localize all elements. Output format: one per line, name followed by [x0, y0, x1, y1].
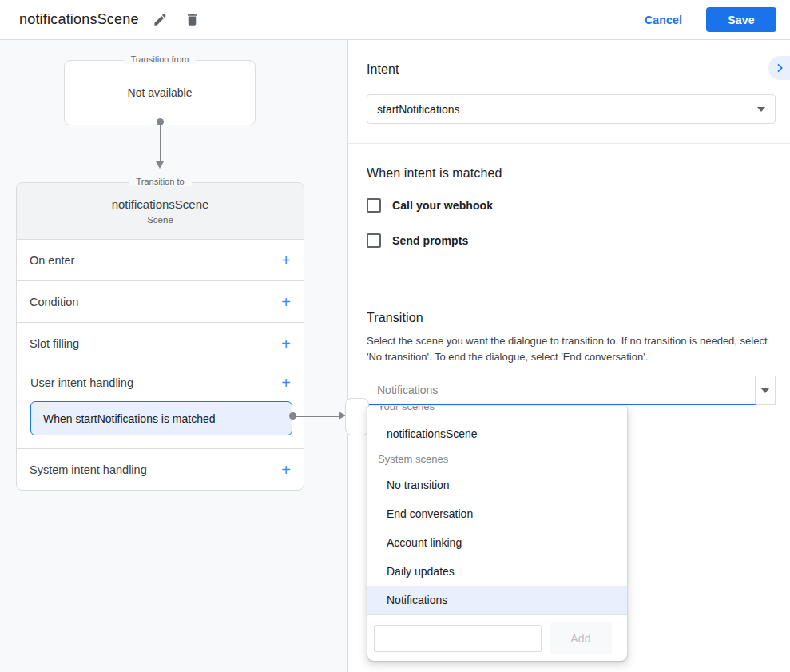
section-label: User intent handling	[30, 376, 133, 389]
webhook-checkbox-row: Call your webhook	[367, 198, 776, 213]
dropdown-item[interactable]: Daily updates	[367, 557, 627, 586]
section-label: System intent handling	[30, 463, 147, 476]
section-row-condition: Condition +	[17, 280, 304, 322]
arrow-down-icon	[156, 161, 164, 169]
transition-combobox-caret-button[interactable]	[756, 376, 776, 405]
caret-down-icon	[761, 388, 769, 393]
add-user-intent-button[interactable]: +	[281, 375, 291, 391]
transition-to-card: Transition to notificationsScene Scene O…	[16, 182, 304, 491]
transition-from-content: Not available	[65, 61, 255, 125]
scene-diagram-panel: Transition from Not available Transition…	[0, 40, 348, 672]
pencil-icon	[153, 12, 168, 27]
connector-target-box	[345, 398, 369, 435]
section-row-slot-filling: Slot filling +	[17, 322, 304, 364]
dropdown-footer: Add	[367, 614, 627, 661]
intent-section: Intent startNotifications	[348, 40, 790, 144]
cancel-button[interactable]: Cancel	[645, 14, 682, 26]
add-slot-filling-button[interactable]: +	[281, 336, 291, 352]
transition-combobox: Notifications	[367, 376, 776, 405]
intent-select[interactable]: startNotifications	[367, 94, 776, 124]
section-row-user-intent-handling: User intent handling + When startNotific…	[17, 364, 304, 448]
add-system-intent-button[interactable]: +	[281, 462, 291, 478]
transition-description: Select the scene you want the dialogue t…	[367, 333, 776, 364]
caret-down-icon	[757, 107, 765, 112]
connector-line	[160, 125, 161, 161]
transition-from-box: Transition from Not available	[64, 60, 256, 125]
add-condition-button[interactable]: +	[281, 294, 291, 310]
transition-from-legend: Transition from	[124, 54, 197, 64]
scene-card-title: notificationsScene	[112, 197, 209, 211]
page-title: notificationsScene	[19, 11, 139, 28]
send-prompts-checkbox[interactable]	[367, 233, 381, 248]
section-row-on-enter: On enter +	[17, 239, 304, 280]
when-intent-matched-section: When intent is matched Call your webhook…	[348, 144, 790, 288]
scene-card-header: notificationsScene Scene	[17, 183, 304, 239]
dropdown-group-system-scenes: System scenes	[367, 448, 627, 471]
section-label: Condition	[30, 296, 78, 308]
intent-select-value: startNotifications	[377, 103, 459, 116]
call-webhook-label: Call your webhook	[392, 199, 493, 212]
add-scene-button[interactable]: Add	[550, 622, 612, 654]
intent-heading: Intent	[367, 40, 776, 77]
when-intent-matched-heading: When intent is matched	[367, 144, 776, 181]
scene-card-subtitle: Scene	[147, 215, 173, 225]
connector-line	[296, 416, 339, 417]
group-label-clipped: Your scenes	[378, 406, 435, 412]
dropdown-item-highlighted[interactable]: Notifications	[367, 586, 627, 614]
chevron-right-icon	[773, 62, 786, 74]
send-prompts-label: Send prompts	[392, 234, 468, 247]
header-title-group: notificationsScene	[0, 10, 203, 30]
intent-handler-chip[interactable]: When startNotifications is matched	[30, 401, 292, 435]
dropdown-group-your-scenes: Your scenes	[367, 406, 627, 420]
transition-heading: Transition	[367, 288, 776, 325]
section-label: On enter	[30, 254, 74, 267]
dropdown-item[interactable]: No transition	[367, 471, 627, 499]
edit-icon[interactable]	[150, 10, 171, 30]
transition-dropdown: Your scenes notificationsScene System sc…	[367, 406, 627, 661]
header-actions: Cancel Save	[645, 7, 790, 32]
dropdown-item[interactable]: End conversation	[367, 499, 627, 528]
transition-section: Transition Select the scene you want the…	[348, 288, 790, 405]
section-label: Slot filling	[30, 337, 79, 350]
collapse-panel-button[interactable]	[768, 56, 790, 80]
transition-combobox-input[interactable]: Notifications	[367, 376, 756, 405]
add-scene-input[interactable]	[374, 625, 542, 652]
header: notificationsScene Cancel Save	[0, 0, 790, 40]
call-webhook-checkbox[interactable]	[367, 198, 381, 213]
trash-icon	[185, 12, 200, 27]
delete-icon[interactable]	[182, 10, 203, 30]
scene-editor-page: notificationsScene Cancel Save Transitio…	[0, 0, 790, 672]
dropdown-item[interactable]: notificationsScene	[367, 420, 627, 448]
transition-combobox-value: Notifications	[377, 384, 438, 396]
add-on-enter-button[interactable]: +	[281, 252, 291, 268]
prompts-checkbox-row: Send prompts	[367, 233, 776, 248]
transition-to-legend: Transition to	[129, 177, 191, 186]
dropdown-item[interactable]: Account linking	[367, 528, 627, 557]
user-intent-handling-header: User intent handling +	[30, 364, 291, 401]
section-row-system-intent-handling: System intent handling +	[17, 448, 304, 490]
save-button[interactable]: Save	[706, 7, 776, 32]
